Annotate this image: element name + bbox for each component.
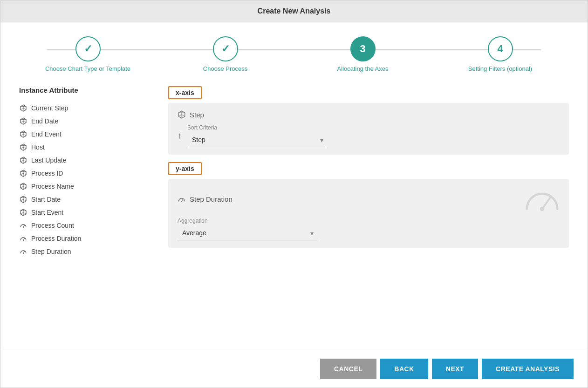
- list-item[interactable]: Last Update: [19, 154, 150, 167]
- step-2: ✓ Choose Process: [157, 36, 294, 72]
- svg-point-1: [23, 240, 24, 241]
- attribute-name: Start Date: [31, 196, 61, 203]
- y-axis-card-header: Step Duration: [178, 186, 560, 212]
- back-button[interactable]: BACK: [380, 359, 428, 379]
- attribute-name: Step Duration: [31, 248, 71, 255]
- sort-select-wrapper: Step Count Duration: [187, 133, 327, 147]
- dialog-title: Create New Analysis: [0, 0, 588, 22]
- x-axis-card-header: Step: [178, 110, 560, 119]
- svg-point-4: [540, 207, 544, 211]
- y-axis-section: y-axis Step Duration: [168, 162, 569, 248]
- y-axis-gauge-icon: [178, 195, 186, 204]
- y-axis-label: y-axis: [168, 162, 202, 175]
- aggregation-select[interactable]: Average Sum Min Max Count: [178, 226, 317, 240]
- create-analysis-button[interactable]: CREATE ANALYSIS: [482, 359, 574, 379]
- step-2-circle: ✓: [213, 36, 238, 61]
- x-axis-card-row: ↑ Sort Criteria Step Count Duration: [178, 124, 560, 147]
- step-2-label: Choose Process: [203, 65, 247, 72]
- next-button[interactable]: NEXT: [432, 359, 478, 379]
- attribute-name: End Date: [31, 117, 58, 125]
- svg-point-0: [23, 227, 24, 228]
- list-item[interactable]: Process ID: [19, 167, 150, 180]
- x-axis-title: Step: [190, 111, 204, 119]
- y-axis-title: Step Duration: [190, 195, 232, 203]
- svg-point-3: [181, 201, 182, 202]
- cube-icon: [19, 130, 27, 138]
- y-axis-gauge-decoration: [525, 186, 560, 212]
- step-3: 3 Allocating the Axes: [294, 36, 431, 72]
- step-1: ✓ Choose Chart Type or Template: [19, 36, 157, 72]
- left-panel: Instance Attribute Current Step: [19, 86, 150, 340]
- attribute-name: Start Event: [31, 209, 63, 216]
- attribute-name: Host: [31, 143, 45, 151]
- create-analysis-dialog: Create New Analysis ✓ Choose Chart Type …: [0, 0, 588, 388]
- step-1-circle: ✓: [75, 36, 101, 61]
- list-item[interactable]: End Date: [19, 115, 150, 128]
- list-item[interactable]: End Event: [19, 128, 150, 141]
- attribute-name: End Event: [31, 130, 62, 138]
- cube-icon: [19, 182, 27, 191]
- list-item[interactable]: Current Step: [19, 102, 150, 115]
- step-1-check: ✓: [84, 43, 92, 55]
- list-item[interactable]: Start Date: [19, 193, 150, 206]
- attribute-name: Current Step: [31, 104, 68, 112]
- aggregation-select-wrapper: Average Sum Min Max Count: [178, 226, 317, 240]
- sort-up-arrow[interactable]: ↑: [178, 131, 182, 141]
- list-item[interactable]: Process Count: [19, 219, 150, 232]
- cube-icon: [19, 117, 27, 125]
- step-3-label: Allocating the Axes: [337, 65, 389, 72]
- x-axis-section: x-axis Step ↑ Sort Criteria: [168, 86, 569, 155]
- attribute-name: Last Update: [31, 157, 67, 164]
- step-1-label: Choose Chart Type or Template: [45, 65, 130, 72]
- cube-icon: [19, 169, 27, 177]
- instance-attribute-heading: Instance Attribute: [19, 86, 150, 94]
- step-4-circle: 4: [488, 36, 513, 61]
- main-content: Instance Attribute Current Step: [0, 77, 588, 350]
- cube-icon: [19, 104, 27, 112]
- x-axis-card: Step ↑ Sort Criteria Step Count D: [168, 103, 569, 155]
- attribute-name: Process Name: [31, 183, 74, 190]
- step-3-circle: 3: [350, 36, 376, 61]
- right-panel: x-axis Step ↑ Sort Criteria: [168, 86, 569, 340]
- sort-criteria-select[interactable]: Step Count Duration: [187, 133, 327, 147]
- step-4: 4 Setting Filters (optional): [431, 36, 569, 72]
- list-item[interactable]: Process Name: [19, 180, 150, 193]
- x-axis-label: x-axis: [168, 86, 202, 99]
- dialog-body: ✓ Choose Chart Type or Template ✓ Choose…: [0, 22, 588, 388]
- step-4-label: Setting Filters (optional): [468, 65, 532, 72]
- dialog-footer: CANCEL BACK NEXT CREATE ANALYSIS: [0, 350, 588, 388]
- y-axis-card: Step Duration Aggregation: [168, 179, 569, 248]
- cube-icon: [19, 143, 27, 151]
- gauge-icon: [19, 234, 27, 243]
- step-2-check: ✓: [221, 43, 230, 55]
- step-4-number: 4: [497, 43, 503, 55]
- gauge-icon: [19, 221, 27, 230]
- sort-criteria-label: Sort Criteria: [187, 124, 560, 131]
- list-item[interactable]: Start Event: [19, 206, 150, 219]
- attribute-list: Current Step End Date End Event: [19, 102, 150, 258]
- cube-icon: [19, 156, 27, 164]
- gauge-icon: [19, 247, 27, 256]
- list-item[interactable]: Process Duration: [19, 232, 150, 245]
- y-axis-left: Aggregation Average Sum Min Max Count: [178, 218, 560, 240]
- step-3-number: 3: [360, 43, 365, 55]
- cube-icon: [19, 208, 27, 217]
- aggregation-label: Aggregation: [178, 218, 560, 224]
- stepper: ✓ Choose Chart Type or Template ✓ Choose…: [0, 22, 588, 77]
- svg-point-2: [23, 253, 24, 254]
- cancel-button[interactable]: CANCEL: [320, 359, 376, 379]
- attribute-name: Process ID: [31, 170, 63, 177]
- attribute-name: Process Duration: [31, 235, 81, 242]
- x-axis-cube-icon: [178, 110, 186, 119]
- cube-icon: [19, 195, 27, 204]
- attribute-name: Process Count: [31, 222, 74, 229]
- list-item[interactable]: Step Duration: [19, 245, 150, 258]
- sort-section: Sort Criteria Step Count Duration: [187, 124, 560, 147]
- list-item[interactable]: Host: [19, 141, 150, 154]
